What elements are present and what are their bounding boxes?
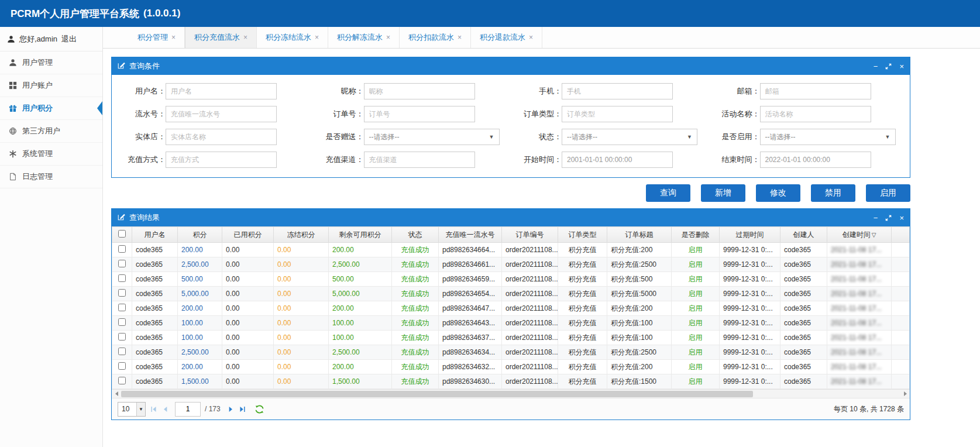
text-input[interactable] [166,106,277,122]
column-header[interactable]: 过期时间 [720,227,780,243]
table-row[interactable]: code365100.000.000.00100.00充值成功pd8982634… [112,316,910,331]
next-page-icon[interactable] [227,405,235,413]
horizontal-scrollbar[interactable] [112,389,910,398]
row-checkbox[interactable] [118,348,126,355]
row-checkbox[interactable] [118,260,126,267]
tab[interactable]: 积分扣款流水× [400,27,471,48]
tab-close-icon[interactable]: × [529,33,533,42]
page-size-select[interactable]: 10 ▼ [118,402,146,417]
text-input[interactable] [760,106,871,122]
date-input[interactable] [562,152,673,168]
tab[interactable]: 积分退款流水× [471,27,542,48]
row-checkbox[interactable] [118,245,126,253]
column-header[interactable]: 订单标题 [607,227,672,243]
expand-icon[interactable] [885,215,892,221]
cell-creator: code365 [780,272,827,287]
sidebar-item[interactable]: 日志管理 [0,166,102,188]
text-input[interactable] [562,83,673,99]
action-button[interactable]: 新增 [701,184,745,202]
close-icon[interactable]: × [899,214,904,222]
scrollbar-thumb[interactable] [121,391,753,397]
cell-remaining: 2,500.00 [329,257,392,272]
column-header[interactable]: 积分 [178,227,222,243]
action-button[interactable]: 查询 [646,184,690,202]
cell-status: 充值成功 [392,301,439,316]
select-input[interactable]: --请选择--▼ [364,129,500,145]
cell-points: 200.00 [178,301,222,316]
sidebar-item[interactable]: 系统管理 [0,143,102,166]
tab-close-icon[interactable]: × [315,33,319,42]
sidebar-item[interactable]: 用户积分 [0,97,102,120]
column-header[interactable]: 剩余可用积分 [329,227,392,243]
row-checkbox[interactable] [118,289,126,297]
row-checkbox[interactable] [118,274,126,282]
logout-link[interactable]: 退出 [61,34,77,44]
row-checkbox[interactable] [118,304,126,311]
column-header[interactable]: 已用积分 [222,227,274,243]
table-row[interactable]: code3655,000.000.000.005,000.00充值成功pd898… [112,287,910,301]
action-button[interactable]: 修改 [756,184,800,202]
table-row[interactable]: code365500.000.000.00500.00充值成功pd8982634… [112,272,910,287]
tab[interactable]: 积分管理× [129,27,185,48]
sidebar-item[interactable]: 第三方用户 [0,120,102,143]
action-button[interactable]: 禁用 [811,184,855,202]
column-header[interactable]: 订单编号 [502,227,558,243]
column-header[interactable]: 是否删除 [672,227,720,243]
column-header[interactable]: 用户名 [132,227,178,243]
cell-order_title: 积分充值:100 [607,316,672,331]
date-input[interactable] [760,152,871,168]
page-input[interactable] [175,402,201,417]
row-checkbox[interactable] [118,362,126,370]
column-header[interactable]: 创建人 [780,227,827,243]
tab-close-icon[interactable]: × [171,33,176,42]
row-checkbox[interactable] [118,333,126,341]
tab[interactable]: 积分充值流水× [185,27,257,48]
sidebar-item[interactable]: 用户账户 [0,74,102,97]
tab-close-icon[interactable]: × [243,33,247,42]
row-checkbox[interactable] [118,377,126,384]
text-input[interactable] [166,129,277,145]
expand-icon[interactable] [885,63,892,70]
column-header[interactable]: 创建时间▽ [827,227,892,243]
text-input[interactable] [760,83,871,99]
table-row[interactable]: code365200.000.000.00200.00充值成功pd8982634… [112,243,910,257]
select-input[interactable]: --请选择--▼ [562,129,697,145]
sidebar-item[interactable]: 用户管理 [0,51,102,74]
tab-close-icon[interactable]: × [458,33,462,42]
cell-order_no: order20211108... [502,243,558,257]
tab-close-icon[interactable]: × [386,33,390,42]
table-row[interactable]: code365200.000.000.00200.00充值成功pd8982634… [112,360,910,374]
tab[interactable]: 积分冻结流水× [257,27,328,48]
text-input[interactable] [562,106,673,122]
cell-order_type: 积分充值 [558,243,607,257]
close-icon[interactable]: × [899,63,904,70]
text-input[interactable] [364,152,475,168]
prev-page-icon[interactable] [161,405,169,413]
table-row[interactable]: code365100.000.000.00100.00充值成功pd8982634… [112,331,910,345]
text-input[interactable] [364,83,475,99]
first-page-icon[interactable] [150,405,157,413]
tab[interactable]: 积分解冻流水× [328,27,400,48]
column-header[interactable]: 充值唯一流水号 [439,227,502,243]
table-row[interactable]: code365200.000.000.00200.00充值成功pd8982634… [112,301,910,316]
scroll-left-icon[interactable] [112,390,121,398]
table-row[interactable]: code3652,500.000.000.002,500.00充值成功pd898… [112,257,910,272]
minimize-icon[interactable]: − [874,214,878,222]
column-header[interactable]: 冻结积分 [274,227,329,243]
last-page-icon[interactable] [239,405,246,413]
minimize-icon[interactable]: − [874,63,878,70]
text-input[interactable] [166,152,277,168]
select-all-checkbox[interactable] [118,230,126,238]
column-header[interactable]: 订单类型 [558,227,607,243]
column-header[interactable]: 状态 [392,227,439,243]
refresh-icon[interactable] [255,405,264,414]
action-button[interactable]: 启用 [866,184,910,202]
text-input[interactable] [364,106,475,122]
table-row[interactable]: code3652,500.000.000.002,500.00充值成功pd898… [112,345,910,360]
row-checkbox[interactable] [118,318,126,326]
cell-username: code365 [132,316,178,331]
select-input[interactable]: --请选择--▼ [760,129,896,145]
scroll-right-icon[interactable] [900,390,910,398]
text-input[interactable] [166,83,277,99]
table-row[interactable]: code3651,500.000.000.001,500.00充值成功pd898… [112,374,910,389]
